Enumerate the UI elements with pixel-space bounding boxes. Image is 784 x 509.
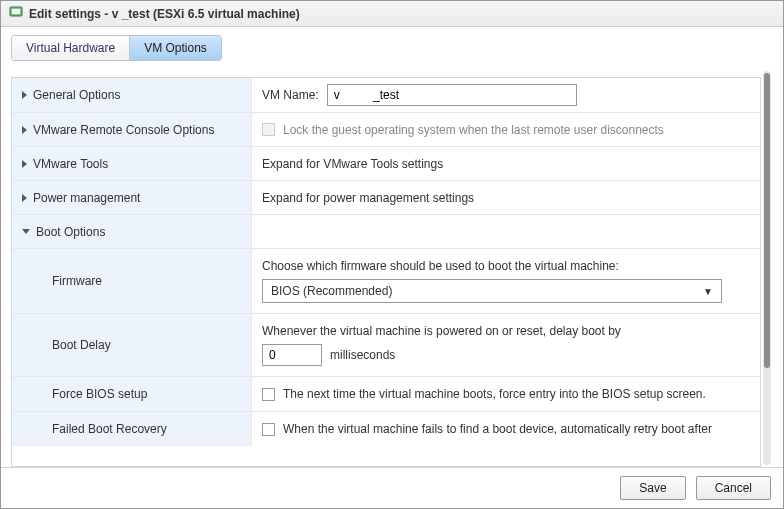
boot-delay-row: Boot Delay	[12, 314, 252, 376]
power-management-row[interactable]: Power management	[12, 181, 252, 214]
edit-settings-dialog: Edit settings - v _test (ESXi 6.5 virtua…	[0, 0, 784, 509]
vmware-tools-label: VMware Tools	[33, 157, 108, 171]
vm-icon	[9, 5, 23, 22]
cancel-button[interactable]: Cancel	[696, 476, 771, 500]
power-management-label: Power management	[33, 191, 140, 205]
chevron-right-icon	[22, 126, 27, 134]
force-bios-checkbox[interactable]	[262, 388, 275, 401]
firmware-row: Firmware	[12, 249, 252, 313]
chevron-right-icon	[22, 194, 27, 202]
chevron-down-icon	[22, 229, 30, 234]
tab-virtual-hardware[interactable]: Virtual Hardware	[12, 36, 130, 60]
vmware-tools-row[interactable]: VMware Tools	[12, 147, 252, 180]
dropdown-icon: ▼	[703, 286, 713, 297]
boot-delay-desc: Whenever the virtual machine is powered …	[262, 324, 621, 338]
boot-options-label: Boot Options	[36, 225, 105, 239]
firmware-select[interactable]: BIOS (Recommended) ▼	[262, 279, 722, 303]
settings-panel: General Options VM Name: VMware Remote C…	[11, 77, 761, 467]
failed-boot-checkbox[interactable]	[262, 423, 275, 436]
firmware-desc: Choose which firmware should be used to …	[262, 259, 619, 273]
remote-console-label: VMware Remote Console Options	[33, 123, 214, 137]
chevron-right-icon	[22, 160, 27, 168]
general-options-label: General Options	[33, 88, 120, 102]
firmware-label: Firmware	[52, 274, 102, 288]
remote-console-row[interactable]: VMware Remote Console Options	[12, 113, 252, 146]
lock-guest-os-desc: Lock the guest operating system when the…	[283, 123, 664, 137]
dialog-footer: Save Cancel	[1, 467, 783, 508]
general-options-row[interactable]: General Options	[12, 78, 252, 112]
boot-delay-label: Boot Delay	[52, 338, 111, 352]
lock-guest-os-checkbox	[262, 123, 275, 136]
tab-vm-options[interactable]: VM Options	[130, 36, 221, 60]
tab-bar: Virtual Hardware VM Options	[11, 35, 222, 61]
failed-boot-row: Failed Boot Recovery	[12, 412, 252, 446]
vm-name-input[interactable]	[327, 84, 577, 106]
dialog-title: Edit settings - v _test (ESXi 6.5 virtua…	[29, 7, 300, 21]
svg-rect-1	[12, 9, 20, 14]
force-bios-row: Force BIOS setup	[12, 377, 252, 411]
save-button[interactable]: Save	[620, 476, 685, 500]
power-management-desc: Expand for power management settings	[262, 191, 474, 205]
scroll-thumb[interactable]	[764, 73, 770, 368]
scrollbar[interactable]	[761, 69, 773, 467]
force-bios-label: Force BIOS setup	[52, 387, 147, 401]
vmware-tools-desc: Expand for VMware Tools settings	[262, 157, 443, 171]
chevron-right-icon	[22, 91, 27, 99]
failed-boot-label: Failed Boot Recovery	[52, 422, 167, 436]
titlebar: Edit settings - v _test (ESXi 6.5 virtua…	[1, 1, 783, 27]
boot-delay-input[interactable]	[262, 344, 322, 366]
boot-options-row[interactable]: Boot Options	[12, 215, 252, 248]
failed-boot-desc: When the virtual machine fails to find a…	[283, 422, 712, 436]
firmware-selected: BIOS (Recommended)	[271, 284, 392, 298]
force-bios-desc: The next time the virtual machine boots,…	[283, 387, 706, 401]
boot-delay-unit: milliseconds	[330, 348, 395, 362]
vm-name-label: VM Name:	[262, 88, 319, 102]
